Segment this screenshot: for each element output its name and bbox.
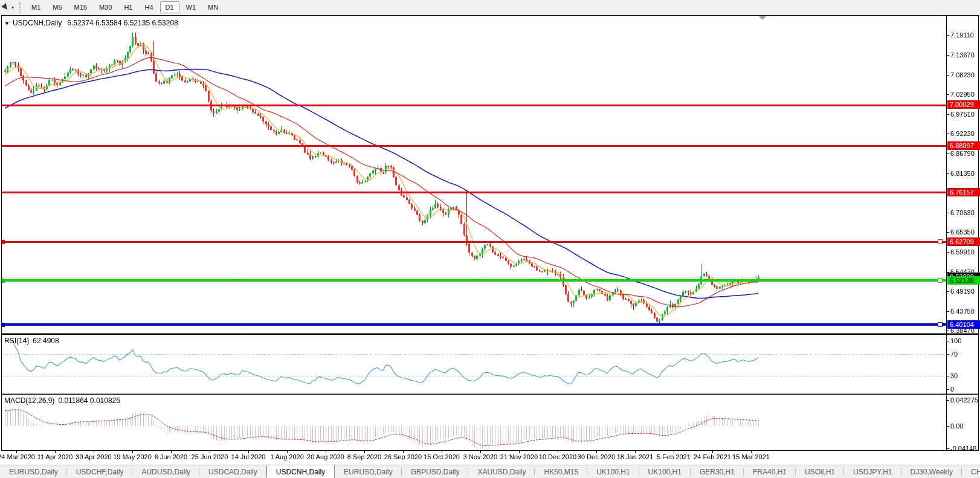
timeframe-button[interactable]: D1 bbox=[160, 1, 179, 13]
rsi-indicator-title: RSI(14)62.4908 bbox=[4, 337, 59, 345]
chart-tab[interactable]: DJ30,Weekly bbox=[901, 465, 962, 478]
date-axis-label: 18 Jan 2021 bbox=[617, 453, 654, 460]
symbol-title: USDCNH,Daily bbox=[13, 19, 62, 27]
timeframe-button[interactable]: M5 bbox=[47, 1, 67, 13]
date-axis-label: 6 Jun 2020 bbox=[155, 453, 187, 460]
date-axis-label: 21 Nov 2020 bbox=[500, 453, 538, 460]
rsi-axis-tick: 0 bbox=[950, 386, 954, 393]
toolbar: ▾ M1M5M15M30H1H4D1W1MN bbox=[0, 0, 980, 15]
price-axis-tick: 7.13670 bbox=[950, 51, 975, 59]
price-axis-tick: 6.70630 bbox=[950, 209, 975, 216]
chart-tab[interactable]: USDJPY,H1 bbox=[844, 465, 901, 478]
price-axis-tick: 7.19110 bbox=[950, 31, 974, 39]
date-axis-label: 3 Nov 2020 bbox=[463, 453, 497, 460]
price-level-badge: 6.52138 bbox=[947, 276, 980, 285]
macd-indicator-title: MACD(12,26,9)0.011864 0.010825 bbox=[4, 396, 120, 405]
timeframe-button[interactable]: M30 bbox=[94, 1, 117, 13]
date-axis-label: 20 Aug 2020 bbox=[307, 453, 344, 460]
rsi-axis-tick: 30 bbox=[950, 372, 958, 379]
chart-tab[interactable]: UK100,H1 bbox=[639, 465, 691, 478]
price-level-badge: 6.62709 bbox=[947, 237, 980, 246]
rsi-axis-tick: 70 bbox=[950, 350, 958, 358]
macd-title-label: MACD(12,26,9) bbox=[4, 396, 54, 405]
chart-tab[interactable]: USDCNH,Daily bbox=[266, 465, 335, 478]
date-axis-label: 19 May 2020 bbox=[113, 453, 152, 460]
date-axis-label: 30 Apr 2020 bbox=[76, 453, 111, 460]
date-axis-label: 14 Jul 2020 bbox=[231, 453, 266, 460]
chart-tab[interactable]: XAUUSD,Daily bbox=[468, 465, 535, 478]
chart-tab[interactable]: CHINA300,H1 bbox=[962, 465, 980, 478]
ohlc-values: 6.52374 6.53584 6.52135 6.53208 bbox=[67, 19, 178, 27]
date-axis-label: 26 Sep 2020 bbox=[384, 453, 422, 460]
timeframe-button[interactable]: H4 bbox=[139, 1, 158, 13]
price-level-badge: 6.88897 bbox=[947, 141, 980, 150]
chart-tab[interactable]: GBPUSD,Daily bbox=[402, 465, 469, 478]
macd-axis-tick: -0.04148 bbox=[950, 445, 976, 452]
price-axis-tick: 6.65350 bbox=[950, 228, 975, 236]
date-axis-label: 5 Feb 2021 bbox=[657, 453, 691, 460]
chart-tab[interactable]: USDCAD,Daily bbox=[199, 465, 266, 478]
date-axis-label: 30 Dec 2020 bbox=[578, 453, 615, 460]
price-axis-tick: 6.97510 bbox=[950, 111, 975, 118]
chart-tab[interactable]: HK50,M15 bbox=[535, 465, 587, 478]
price-axis-tick: 6.92230 bbox=[950, 130, 975, 137]
chart-tab[interactable]: FRA40,H1 bbox=[744, 465, 796, 478]
date-axis-label: 24 Feb 2021 bbox=[694, 453, 731, 460]
chart-tab[interactable]: UK100,H1 bbox=[587, 465, 639, 478]
toolbar-grip bbox=[19, 2, 21, 13]
price-axis-tick: 7.02950 bbox=[950, 91, 975, 98]
chart-tab[interactable]: GER30,H1 bbox=[691, 465, 744, 478]
chart-window-title: ▼USDCNH,Daily6.52374 6.53584 6.52135 6.5… bbox=[4, 19, 178, 27]
timeframe-button[interactable]: H1 bbox=[118, 1, 138, 13]
chevron-down-icon[interactable]: ▾ bbox=[10, 5, 17, 10]
date-axis-label: 25 Jun 2020 bbox=[192, 453, 228, 460]
timeframe-button[interactable]: M1 bbox=[26, 1, 46, 13]
date-axis-label: 15 Mar 2021 bbox=[732, 453, 770, 460]
price-axis-tick: 6.43750 bbox=[950, 308, 975, 315]
timeframe-button[interactable]: W1 bbox=[181, 1, 202, 13]
rsi-title-label: RSI(14) bbox=[4, 337, 29, 345]
date-axis-label: 15 Oct 2020 bbox=[424, 453, 460, 460]
chart-tab[interactable]: AUDUSD,Daily bbox=[132, 465, 199, 478]
chart-tab-bar: EURUSD,DailyUSDCHF,DailyAUDUSD,DailyUSDC… bbox=[0, 465, 980, 478]
timeframe-button[interactable]: MN bbox=[202, 1, 224, 13]
price-level-badge: 6.40104 bbox=[947, 320, 980, 329]
collapse-ohlc-icon[interactable]: ▼ bbox=[4, 21, 10, 27]
tab-list: EURUSD,DailyUSDCHF,DailyAUDUSD,DailyUSDC… bbox=[0, 465, 980, 478]
price-axis-tick: 6.81350 bbox=[950, 170, 975, 177]
chart-tab[interactable]: EURUSD,Daily bbox=[0, 465, 67, 478]
price-level-badge: 7.00029 bbox=[947, 100, 980, 109]
rsi-value: 62.4908 bbox=[33, 337, 59, 345]
date-axis-label: 8 Sep 2020 bbox=[347, 453, 381, 460]
date-axis-label: 11 Apr 2020 bbox=[37, 453, 73, 460]
cursor-tool-icon[interactable] bbox=[1, 2, 10, 12]
timeframe-button[interactable]: M15 bbox=[69, 1, 92, 13]
date-axis-label: 24 Mar 2020 bbox=[0, 453, 35, 460]
date-axis-label: 1 Aug 2020 bbox=[270, 453, 304, 460]
macd-values: 0.011864 0.010825 bbox=[58, 396, 120, 405]
date-axis-label: 10 Dec 2020 bbox=[539, 453, 576, 460]
chart-tab[interactable]: USOil,H1 bbox=[796, 465, 844, 478]
price-axis-tick: 7.08230 bbox=[950, 71, 975, 79]
timeframe-button-group: M1M5M15M30H1H4D1W1MN bbox=[25, 1, 224, 13]
macd-axis-tick: 0.00 bbox=[950, 422, 963, 430]
price-axis-tick: 6.59910 bbox=[950, 248, 975, 256]
macd-axis-tick: 0.042275 bbox=[950, 396, 978, 404]
price-level-badge: 6.76157 bbox=[947, 188, 980, 196]
rsi-axis-tick: 100 bbox=[950, 337, 961, 344]
price-axis-tick: 6.86790 bbox=[950, 150, 975, 157]
chart-tab[interactable]: EURUSD,Daily bbox=[335, 465, 402, 478]
price-chart-canvas[interactable] bbox=[0, 0, 980, 464]
price-axis-tick: 6.49190 bbox=[950, 288, 975, 295]
chart-tab[interactable]: USDCHF,Daily bbox=[67, 465, 133, 478]
